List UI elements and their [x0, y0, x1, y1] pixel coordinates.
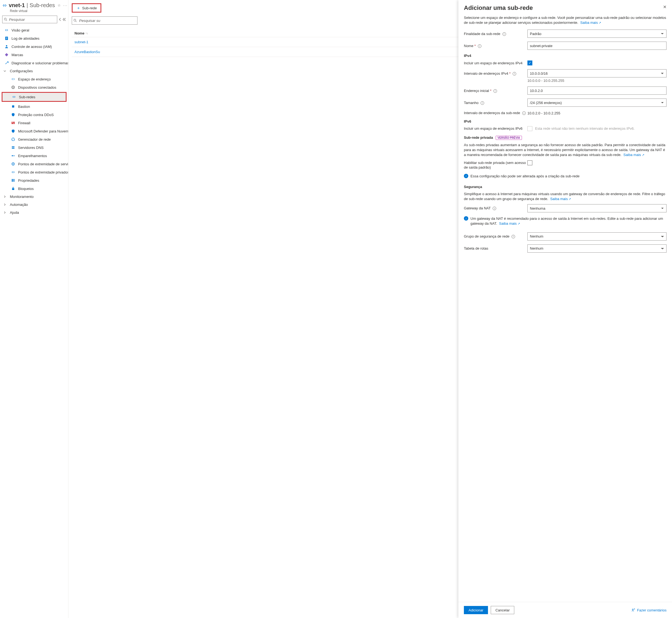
subnet-link[interactable]: subnet-1	[75, 40, 88, 44]
nav-group-automation[interactable]: Automação	[0, 201, 68, 209]
nat-callout: i Um gateway da NAT é recomendado para o…	[464, 216, 667, 226]
add-subnet-button[interactable]: ＋ Sub-rede	[72, 3, 101, 13]
nav-label: Emparelhamentos	[18, 154, 47, 158]
size-select[interactable]: /24 (256 endereços)	[527, 99, 667, 107]
subnet-search[interactable]	[72, 16, 138, 25]
learn-more-link[interactable]: Saiba mais	[580, 20, 601, 25]
ipv6-heading: IPv6	[464, 119, 667, 123]
feedback-link[interactable]: Fazer comentários	[632, 608, 667, 612]
nav-overview[interactable]: Visão geral	[0, 26, 68, 34]
content-collapse-icon[interactable]	[63, 18, 66, 21]
nav-label: Pontos de extremidade de serviço	[18, 162, 68, 166]
info-icon[interactable]: i	[512, 235, 515, 238]
nav-defender[interactable]: Microsoft Defender para Nuvem	[0, 127, 68, 135]
add-subnet-panel: Adicionar uma sub-rede ✕ Selecione um es…	[458, 0, 672, 618]
nat-label: Gateway da NAT i	[464, 206, 527, 211]
nav-label: Gerenciador de rede	[18, 137, 51, 141]
purpose-select[interactable]: Padrão	[527, 29, 667, 38]
preview-badge: VERSÃO PRÉVIA	[496, 136, 522, 140]
chevron-right-icon	[3, 195, 7, 198]
nav-group-monitoring[interactable]: Monitoramento	[0, 193, 68, 201]
nav-tags[interactable]: Marcas	[0, 50, 68, 59]
nav-connected-devices[interactable]: Dispositivos conectados	[0, 83, 68, 91]
nat-select[interactable]: Nenhuma	[527, 204, 667, 212]
nav-label: Visão geral	[11, 28, 29, 32]
nav-group-help[interactable]: Ajuda	[0, 209, 68, 216]
route-select[interactable]: Nenhum	[527, 244, 667, 252]
include-ipv4-label: Incluir um espaço de endereços IPv4	[464, 61, 527, 66]
nav-properties[interactable]: Propriedades	[0, 176, 68, 185]
svg-point-23	[12, 155, 13, 156]
subnet-search-input[interactable]	[72, 16, 138, 25]
sidebar-collapse-icon[interactable]	[59, 18, 61, 21]
nav-network-manager[interactable]: Gerenciador de rede	[0, 135, 68, 143]
svg-point-19	[12, 139, 13, 140]
firewall-icon	[11, 121, 15, 125]
add-button[interactable]: Adicionar	[464, 606, 488, 614]
start-addr-input[interactable]	[527, 87, 667, 95]
name-input[interactable]	[527, 41, 667, 50]
nav-label: Sub-redes	[19, 95, 35, 99]
info-icon[interactable]: i	[478, 44, 481, 48]
info-icon[interactable]: i	[513, 72, 516, 76]
purpose-label: Finalidade da sub-rede i	[464, 31, 527, 36]
nav-service-endpoints[interactable]: Pontos de extremidade de serviço	[0, 160, 68, 168]
nav-diagnose[interactable]: Diagnosticar e solucionar problemas	[0, 59, 68, 67]
subnet-icon	[12, 95, 16, 99]
vnet-icon	[4, 28, 9, 32]
enable-private-label: Habilitar sub-rede privada (sem acesso d…	[464, 161, 527, 170]
include-ipv6-checkbox	[527, 126, 532, 131]
sidebar-search[interactable]	[2, 16, 57, 23]
more-icon[interactable]: ···	[63, 3, 68, 7]
nav-firewall[interactable]: Firewall	[0, 119, 68, 127]
nav-label: Bastion	[18, 105, 30, 109]
svg-rect-26	[12, 179, 13, 182]
subnet-link[interactable]: AzureBastionSu	[75, 50, 100, 54]
nav-private-endpoints[interactable]: Pontos de extremidade privados	[0, 168, 68, 176]
nav-bastion[interactable]: Bastion	[0, 102, 68, 111]
svg-point-3	[6, 30, 7, 30]
ipv4-range-select[interactable]: 10.0.0.0/16	[527, 69, 667, 78]
include-ipv4-checkbox[interactable]	[527, 61, 532, 66]
svg-rect-22	[12, 148, 14, 148]
feedback-icon	[632, 608, 635, 612]
nav-activity-log[interactable]: Log de atividades	[0, 34, 68, 42]
search-icon	[73, 19, 77, 22]
info-icon[interactable]: i	[502, 32, 506, 36]
info-icon[interactable]: i	[493, 89, 497, 93]
enable-private-checkbox[interactable]	[527, 161, 532, 165]
tag-icon	[4, 53, 9, 57]
nav-ddos[interactable]: Proteção contra DDoS	[0, 111, 68, 119]
info-icon[interactable]: i	[493, 207, 496, 210]
favorite-star-icon[interactable]: ☆	[58, 3, 61, 7]
svg-point-32	[632, 609, 634, 610]
svg-line-31	[76, 21, 76, 22]
shield-icon	[11, 112, 15, 117]
sidebar: vnet-1 | Sub-redes ☆ ··· Rede virtual	[0, 0, 69, 618]
cancel-button[interactable]: Cancelar	[491, 606, 514, 614]
nav-subnets[interactable]: Sub-redes	[2, 93, 66, 101]
nav-dns[interactable]: Servidores DNS	[0, 143, 68, 151]
learn-more-link[interactable]: Saiba mais	[623, 153, 644, 157]
nav-locks[interactable]: Bloqueios	[0, 185, 68, 193]
private-subnet-heading: Sub-rede privada VERSÃO PRÉVIA	[464, 135, 667, 140]
nav-group-settings[interactable]: Configurações	[0, 67, 68, 75]
include-ipv6-label: Incluir um espaço de endereços IPv6	[464, 126, 527, 131]
close-icon[interactable]: ✕	[663, 4, 667, 10]
chevron-right-icon	[3, 211, 7, 214]
sidebar-search-input[interactable]	[2, 16, 57, 23]
learn-more-link[interactable]: Saiba mais	[550, 197, 571, 201]
info-icon[interactable]: i	[481, 101, 484, 105]
nav-label: Proteção contra DDoS	[18, 113, 54, 117]
nav-label: Firewall	[18, 121, 30, 125]
service-endpoint-icon	[11, 162, 15, 166]
info-icon[interactable]: i	[522, 111, 526, 115]
nsg-select[interactable]: Nenhum	[527, 232, 667, 240]
nav-peerings[interactable]: Emparelhamentos	[0, 151, 68, 160]
resource-type-label: Rede virtual	[10, 9, 66, 13]
nav-iam[interactable]: Controle de acesso (IAM)	[0, 42, 68, 50]
nav-address-space[interactable]: Espaço de endereço	[0, 75, 68, 83]
toolbar-add-label: Sub-rede	[82, 6, 97, 10]
learn-more-link[interactable]: Saiba mais	[499, 221, 520, 225]
nav-label: Diagnosticar e solucionar problemas	[11, 61, 68, 65]
